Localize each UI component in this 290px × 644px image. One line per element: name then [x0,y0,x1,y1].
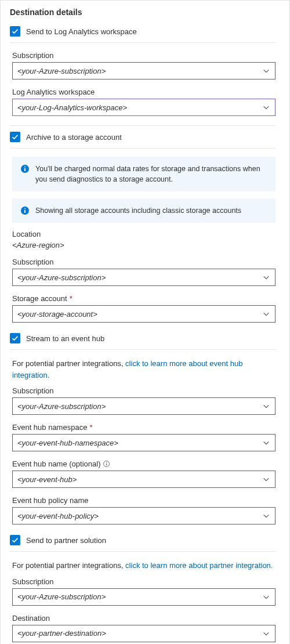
eh-name-label: Event hub name (optional) [12,460,276,468]
checkmark-icon [11,536,19,544]
checkbox-partner-row: Send to partner solution [10,533,276,552]
partner-intro-prefix: For potential partner integrations, [12,561,125,570]
storage-info-charges: You'll be charged normal data rates for … [12,157,276,191]
required-indicator: * [70,294,72,303]
la-workspace-dropdown[interactable]: <your-Log-Analytics-workspace> [12,99,276,116]
chevron-down-icon [262,512,270,520]
storage-subscription-dropdown[interactable]: <your-Azure-subscription> [12,269,276,286]
svg-rect-4 [24,210,26,213]
eh-subscription-value: <your-Azure-subscription> [17,402,106,411]
checkbox-log-analytics[interactable] [10,26,20,37]
eh-name-dropdown[interactable]: <your-event-hub> [12,471,276,488]
checkbox-eventhub-label: Stream to an event hub [26,334,104,343]
eh-policy-dropdown[interactable]: <your-event-hub-policy> [12,507,276,524]
eh-namespace-dropdown[interactable]: <your-event-hub-namespace> [12,434,276,451]
la-subscription-value: <your-Azure-subscription> [17,67,106,75]
partner-section: For potential partner integrations, clic… [12,560,276,642]
chevron-down-icon [262,273,270,281]
checkmark-icon [11,133,19,141]
storage-account-label-text: Storage account [12,294,67,303]
eh-namespace-label-text: Event hub namespace [12,423,87,432]
checkbox-storage-label: Archive to a storage account [26,133,122,142]
eh-namespace-value: <your-event-hub-namespace> [17,439,118,447]
chevron-down-icon [262,439,270,447]
eh-name-value: <your-event-hub> [17,475,77,484]
svg-rect-1 [24,168,26,171]
eh-policy-label: Event hub policy name [12,496,276,505]
partner-intro: For potential partner integrations, clic… [12,560,276,571]
storage-account-label: Storage account * [12,294,276,303]
eh-subscription-dropdown[interactable]: <your-Azure-subscription> [12,397,276,415]
la-workspace-value: <your-Log-Analytics-workspace> [17,103,127,112]
partner-subscription-value: <your-Azure-subscription> [17,592,106,601]
chevron-down-icon [262,593,270,601]
partner-subscription-dropdown[interactable]: <your-Azure-subscription> [12,588,276,606]
chevron-down-icon [262,402,270,410]
page-title: Destination details [10,8,276,17]
la-subscription-label: Subscription [12,51,276,60]
checkbox-storage[interactable] [10,132,20,142]
checkbox-partner-label: Send to partner solution [26,536,106,545]
la-subscription-dropdown[interactable]: <your-Azure-subscription> [12,62,276,79]
partner-destination-value: <your-partner-destination> [17,629,106,638]
eventhub-intro: For potential partner integrations, clic… [12,358,276,381]
info-icon [20,164,30,173]
eventhub-intro-prefix: For potential partner integrations, [12,359,125,368]
checkbox-log-analytics-row: Send to Log Analytics workspace [10,24,276,43]
svg-point-2 [24,166,26,167]
partner-destination-label: Destination [12,614,276,623]
checkmark-icon [11,334,19,342]
storage-location-label: Location [12,230,276,238]
partner-destination-dropdown[interactable]: <your-partner-destination> [12,625,276,642]
la-workspace-label: Log Analytics workspace [12,88,276,96]
storage-info-charges-text: You'll be charged normal data rates for … [35,164,267,184]
log-analytics-section: Subscription <your-Azure-subscription> L… [12,51,276,116]
info-icon [20,206,30,215]
required-indicator: * [89,423,92,432]
svg-point-8 [106,462,107,463]
storage-account-dropdown[interactable]: <your-storage-account> [12,305,276,323]
partner-learn-more-link[interactable]: click to learn more about partner integr… [125,561,273,570]
storage-subscription-label: Subscription [12,258,276,266]
checkbox-log-analytics-label: Send to Log Analytics workspace [26,27,137,36]
storage-section: You'll be charged normal data rates for … [12,157,276,323]
checkbox-eventhub-row: Stream to an event hub [10,331,276,350]
storage-subscription-value: <your-Azure-subscription> [17,273,106,282]
eh-subscription-label: Subscription [12,386,276,395]
checkmark-icon [11,27,19,35]
chevron-down-icon [262,475,270,483]
checkbox-partner[interactable] [10,535,20,545]
partner-subscription-label: Subscription [12,577,276,586]
checkbox-storage-row: Archive to a storage account [10,125,276,149]
svg-rect-7 [106,464,107,465]
info-tooltip-icon[interactable] [103,460,110,468]
chevron-down-icon [262,310,270,318]
chevron-down-icon [262,103,270,111]
storage-info-classic-text: Showing all storage accounts including c… [35,205,241,216]
eh-namespace-label: Event hub namespace * [12,423,276,432]
eventhub-section: For potential partner integrations, clic… [12,358,276,524]
checkbox-eventhub[interactable] [10,333,20,343]
storage-info-classic: Showing all storage accounts including c… [12,198,276,223]
storage-account-value: <your-storage-account> [17,310,97,319]
eh-name-label-text: Event hub name (optional) [12,460,100,468]
eh-policy-value: <your-event-hub-policy> [17,512,99,520]
storage-location-value: <Azure-region> [12,241,276,249]
chevron-down-icon [262,67,270,75]
svg-point-5 [24,208,26,209]
chevron-down-icon [262,629,270,638]
